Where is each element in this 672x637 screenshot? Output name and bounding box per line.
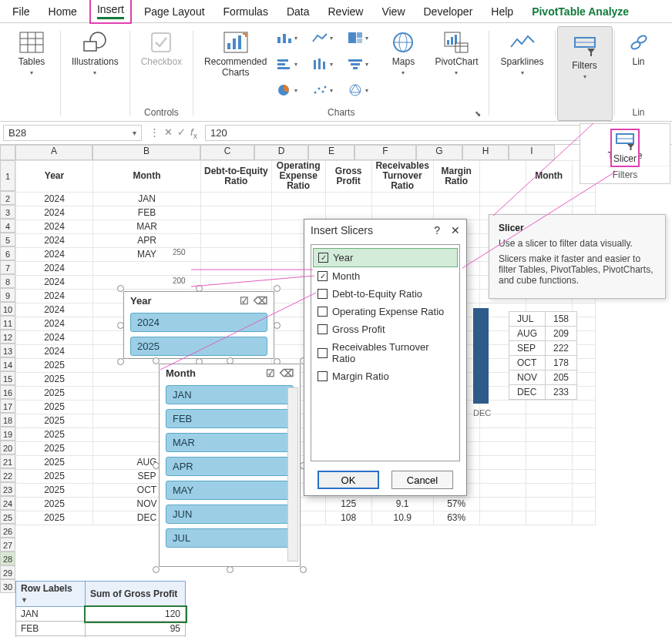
dialog-field-item[interactable]: Gross Profit — [313, 320, 458, 338]
slicer-pill[interactable]: MAR — [166, 433, 294, 452]
treemap-chart-button[interactable]: ▾ — [347, 26, 376, 49]
svg-point-28 — [314, 92, 317, 94]
close-icon[interactable]: ✕ — [451, 224, 460, 236]
dialog-field-item[interactable]: Debt-to-Equity Ratio — [313, 285, 458, 303]
column-header[interactable]: H — [462, 145, 509, 160]
slicer-pill[interactable]: 2024 — [130, 313, 267, 332]
cancel-icon[interactable]: ✕ — [164, 126, 173, 140]
tab-data[interactable]: Data — [281, 2, 316, 21]
radar-chart-button[interactable]: ▾ — [347, 79, 376, 102]
ok-button[interactable]: OK — [318, 471, 379, 489]
help-icon[interactable]: ? — [434, 224, 440, 236]
recommended-charts-button[interactable]: Recommended Charts — [200, 26, 271, 82]
filters-button[interactable]: Filters ▾ — [563, 30, 607, 83]
sparkline-icon — [509, 29, 536, 55]
checkbox-icon[interactable]: ✓ — [318, 253, 328, 263]
pivot-table[interactable]: Row Labels ▼Sum of Gross ProfitJAN120FEB… — [15, 581, 186, 637]
dialog-field-item[interactable]: Operating Expense Ratio — [313, 303, 458, 320]
chart-yaxis-label: 250200 — [173, 248, 186, 285]
multiselect-icon[interactable]: ☑ — [240, 295, 249, 307]
column-header[interactable]: F — [354, 145, 416, 160]
checkbox-icon[interactable] — [318, 371, 328, 381]
tab-help[interactable]: Help — [485, 2, 519, 21]
chevron-down-icon: ▾ — [455, 69, 458, 76]
dialog-field-item[interactable]: ✓Year — [313, 248, 458, 267]
svg-rect-10 — [233, 39, 236, 49]
svg-rect-0 — [20, 32, 43, 52]
tab-page-layout[interactable]: Page Layout — [138, 2, 211, 21]
tab-insert[interactable]: Insert — [89, 0, 132, 24]
cancel-button[interactable]: Cancel — [391, 471, 453, 489]
checkbox-icon[interactable] — [318, 289, 328, 299]
filters-group-label: Filters — [580, 166, 670, 183]
clear-filter-icon[interactable]: ⌫ — [280, 367, 294, 379]
tab-formulas[interactable]: Formulas — [217, 2, 274, 21]
column-header[interactable]: E — [308, 145, 354, 160]
slicer-option[interactable]: Slicer — [610, 129, 640, 167]
slicer-pill[interactable]: JUL — [166, 528, 294, 548]
column-header[interactable]: I — [509, 145, 555, 160]
column-header[interactable]: A — [15, 145, 92, 160]
tab-review[interactable]: Review — [322, 2, 370, 21]
bar-chart-button[interactable]: ▾ — [276, 52, 305, 75]
checkbox-icon[interactable] — [318, 324, 328, 334]
stats-chart-button[interactable]: ▾ — [311, 52, 341, 75]
fx-icon[interactable]: fx — [190, 126, 197, 140]
svg-rect-16 — [357, 32, 362, 38]
column-header[interactable]: C — [200, 145, 254, 160]
name-box-value: B28 — [8, 127, 26, 139]
funnel-chart-button[interactable]: ▾ — [347, 52, 376, 75]
dialog-field-item[interactable]: Receivables Turnover Ratio — [313, 338, 458, 367]
tab-pivottable-analyze[interactable]: PivotTable Analyze — [526, 2, 635, 21]
select-all-corner[interactable] — [0, 145, 15, 160]
maps-label: Maps — [392, 57, 415, 68]
tab-file[interactable]: File — [6, 2, 36, 21]
maps-button[interactable]: Maps ▾ — [381, 26, 425, 79]
svg-rect-12 — [277, 37, 281, 43]
clear-filter-icon[interactable]: ⌫ — [254, 295, 267, 307]
checkbox-icon[interactable]: ✓ — [318, 271, 328, 281]
checkbox-icon[interactable] — [318, 348, 328, 358]
svg-rect-18 — [277, 59, 288, 62]
illustrations-button[interactable]: Illustrations ▾ — [67, 26, 123, 79]
checkbox-icon[interactable] — [318, 307, 328, 317]
scrollbar[interactable] — [287, 387, 298, 562]
tab-home[interactable]: Home — [42, 2, 83, 21]
dialog-field-item[interactable]: ✓Month — [313, 267, 458, 285]
slicer-pill[interactable]: JUN — [166, 505, 294, 524]
scatter-chart-button[interactable]: ▾ — [311, 79, 341, 102]
svg-rect-13 — [283, 34, 286, 43]
column-header[interactable]: G — [416, 145, 462, 160]
svg-rect-26 — [353, 67, 358, 69]
enter-icon[interactable]: ✓ — [177, 126, 186, 140]
name-box[interactable]: B28 ▾ — [3, 125, 142, 141]
column-header[interactable]: B — [92, 145, 200, 160]
slicer-pill[interactable]: APR — [166, 457, 294, 476]
sparklines-button[interactable]: Sparklines ▾ — [496, 26, 548, 79]
line-chart-button[interactable]: ▾ — [311, 26, 341, 49]
dialog-field-list[interactable]: ✓Year✓MonthDebt-to-Equity RatioOperating… — [311, 244, 460, 461]
table-icon — [18, 29, 45, 55]
dialog-field-item[interactable]: Margin Ratio — [313, 367, 458, 385]
checkbox-button[interactable]: Checkbox — [136, 26, 186, 71]
multiselect-icon[interactable]: ☑ — [266, 367, 275, 379]
link-button[interactable]: Lin — [621, 26, 657, 71]
slicer-pill[interactable]: 2025 — [130, 337, 267, 356]
tables-button[interactable]: Tables ▾ — [9, 26, 54, 79]
slicer-pill[interactable]: JAN — [166, 385, 294, 404]
slicer-label: Slicer — [613, 153, 637, 164]
slicer-year[interactable]: Year ☑⌫ 20242025 — [123, 291, 274, 359]
slicer-month[interactable]: Month ☑⌫ JANFEBMARAPRMAYJUNJULAUG — [159, 364, 301, 567]
charts-group-label: Charts — [328, 107, 354, 118]
chevron-down-icon[interactable]: ▾ — [133, 129, 136, 137]
column-header[interactable]: D — [254, 145, 308, 160]
tab-view[interactable]: View — [375, 2, 411, 21]
formula-bar: B28 ▾ ⋮ ✕ ✓ fx 120 — [0, 122, 672, 145]
column-chart-button[interactable]: ▾ — [276, 26, 305, 49]
pivotchart-button[interactable]: PivotChart ▾ — [430, 26, 482, 79]
slicer-pill[interactable]: MAY — [166, 481, 294, 500]
slicer-pill[interactable]: FEB — [166, 409, 294, 428]
pie-chart-button[interactable]: ▾ — [276, 79, 305, 102]
tab-developer[interactable]: Developer — [418, 2, 479, 21]
charts-group-launcher[interactable]: ⬊ — [475, 109, 481, 118]
